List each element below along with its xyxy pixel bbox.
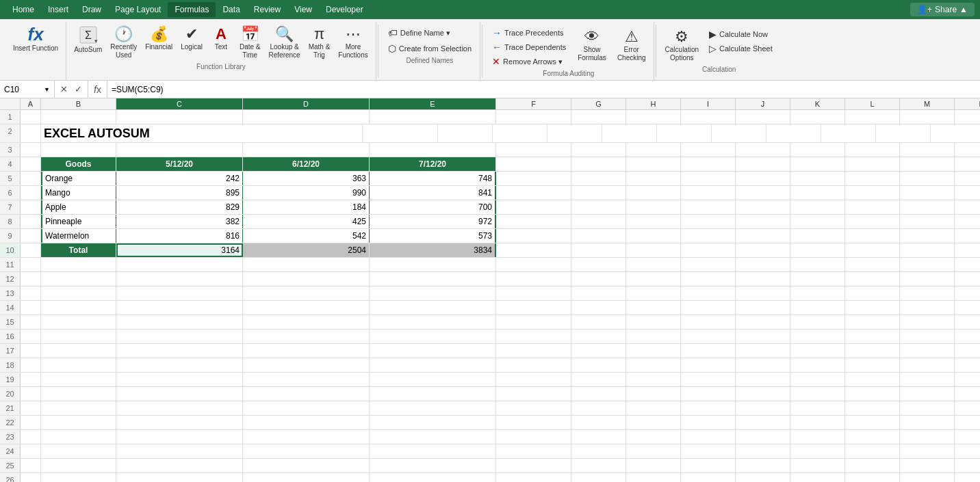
cell-j1[interactable] <box>736 110 790 124</box>
formula-input[interactable] <box>107 85 980 94</box>
cell[interactable] <box>736 373 790 386</box>
cell[interactable] <box>681 272 736 286</box>
cell[interactable] <box>845 258 900 271</box>
cell[interactable] <box>116 301 243 314</box>
cell-i2[interactable] <box>547 124 602 142</box>
cell[interactable] <box>736 473 790 482</box>
cell-h5[interactable] <box>626 172 681 185</box>
cell-b3[interactable] <box>41 143 116 157</box>
cell[interactable] <box>900 444 955 458</box>
cell-e3[interactable] <box>370 143 496 157</box>
cell-i3[interactable] <box>681 143 736 157</box>
col-header-m[interactable]: M <box>900 98 955 109</box>
cell[interactable] <box>571 373 626 386</box>
cell-k5[interactable] <box>790 172 845 185</box>
cell[interactable] <box>571 387 626 401</box>
cell[interactable] <box>21 258 41 271</box>
cell[interactable] <box>681 430 736 444</box>
cell-h4[interactable] <box>626 157 681 171</box>
cell-n4[interactable] <box>955 157 980 171</box>
cell[interactable] <box>41 272 116 286</box>
menu-data[interactable]: Data <box>216 2 246 17</box>
cell-a4[interactable] <box>21 157 41 171</box>
cell[interactable] <box>955 301 980 314</box>
cell-g3[interactable] <box>571 143 626 157</box>
math-trig-button[interactable]: π Math &Trig <box>305 23 334 62</box>
cell[interactable] <box>370 358 496 372</box>
cell[interactable] <box>41 459 116 472</box>
cell[interactable] <box>41 416 116 429</box>
menu-view[interactable]: View <box>287 2 319 17</box>
cell-l1[interactable] <box>845 110 900 124</box>
cell-b4[interactable]: Goods <box>41 157 116 171</box>
cell-d5[interactable]: 363 <box>243 172 370 185</box>
cell-j2[interactable] <box>602 124 657 142</box>
col-header-f[interactable]: F <box>496 98 571 109</box>
cell[interactable] <box>955 258 980 271</box>
col-header-b[interactable]: B <box>41 98 116 109</box>
cell[interactable] <box>41 358 116 372</box>
col-header-i[interactable]: I <box>681 98 736 109</box>
cell-b10-total[interactable]: Total <box>41 243 116 257</box>
cell[interactable] <box>496 416 571 429</box>
cell[interactable] <box>955 344 980 358</box>
cell[interactable] <box>243 272 370 286</box>
cell[interactable] <box>116 272 243 286</box>
cell[interactable] <box>845 473 900 482</box>
cell[interactable] <box>571 258 626 271</box>
cell[interactable] <box>370 315 496 329</box>
cell[interactable] <box>900 387 955 401</box>
cell[interactable] <box>955 416 980 429</box>
cell-g1[interactable] <box>571 110 626 124</box>
cell-e4[interactable]: 7/12/20 <box>370 157 496 171</box>
cell-c4[interactable]: 5/12/20 <box>116 157 243 171</box>
cell[interactable] <box>681 301 736 314</box>
cell[interactable] <box>626 373 681 386</box>
cell[interactable] <box>900 373 955 386</box>
cell[interactable] <box>790 330 845 343</box>
cell[interactable] <box>41 387 116 401</box>
cell-a5[interactable] <box>21 172 41 185</box>
cell-k3[interactable] <box>790 143 845 157</box>
cell[interactable] <box>370 401 496 415</box>
cell-m4[interactable] <box>900 157 955 171</box>
cell[interactable] <box>496 358 571 372</box>
cell[interactable] <box>243 344 370 358</box>
cell[interactable] <box>626 430 681 444</box>
cell[interactable] <box>370 286 496 300</box>
cell[interactable] <box>626 286 681 300</box>
cell-l4[interactable] <box>845 157 900 171</box>
cell[interactable] <box>955 387 980 401</box>
cell[interactable] <box>21 387 41 401</box>
cell[interactable] <box>900 286 955 300</box>
cell[interactable] <box>790 401 845 415</box>
cell[interactable] <box>116 444 243 458</box>
cell[interactable] <box>21 401 41 415</box>
cell[interactable] <box>845 286 900 300</box>
cell[interactable] <box>845 344 900 358</box>
cell[interactable] <box>900 416 955 429</box>
cell[interactable] <box>571 459 626 472</box>
create-selection-button[interactable]: ⬡ Create from Selection <box>384 42 476 55</box>
cell[interactable] <box>626 330 681 343</box>
cell[interactable] <box>21 459 41 472</box>
cell[interactable] <box>21 286 41 300</box>
remove-arrows-button[interactable]: ✕ Remove Arrows ▾ <box>488 55 570 68</box>
cell[interactable] <box>571 358 626 372</box>
name-box[interactable]: C10 ▼ <box>0 81 55 98</box>
cell[interactable] <box>21 272 41 286</box>
menu-draw[interactable]: Draw <box>75 2 108 17</box>
col-header-l[interactable]: L <box>845 98 900 109</box>
cell-f4[interactable] <box>496 157 571 171</box>
cell[interactable] <box>21 373 41 386</box>
cell[interactable] <box>845 315 900 329</box>
cell[interactable] <box>736 258 790 271</box>
cell-l2[interactable] <box>712 124 766 142</box>
cell[interactable] <box>243 286 370 300</box>
trace-dependents-button[interactable]: ← Trace Dependents <box>488 40 570 54</box>
cell[interactable] <box>626 459 681 472</box>
cell[interactable] <box>370 430 496 444</box>
cell[interactable] <box>790 444 845 458</box>
cell-a1[interactable] <box>21 110 41 124</box>
cell-m2[interactable] <box>766 124 821 142</box>
